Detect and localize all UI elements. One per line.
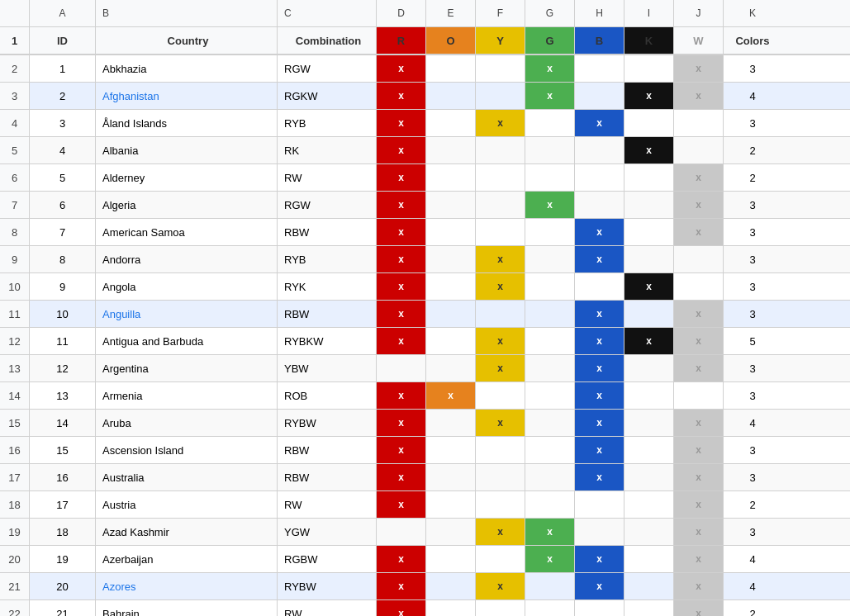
table-cell [624, 382, 674, 409]
table-row: 98AndorraRYBxxx3 [0, 246, 850, 273]
table-cell: x [377, 382, 426, 409]
table-row: 1918Azad KashmirYGWxxx3 [0, 519, 850, 546]
cell-w: x [674, 219, 724, 245]
cell-combination: RGKW [278, 83, 377, 109]
table-cell [476, 192, 525, 218]
row-number: 2 [0, 55, 30, 82]
cell-colors-count: 4 [724, 410, 781, 436]
cell-combination: RBW [278, 464, 377, 490]
table-cell [426, 273, 476, 300]
cell-colors-count: 2 [724, 491, 781, 518]
table-cell [426, 55, 476, 82]
table-cell [426, 192, 476, 218]
table-cell [624, 219, 674, 245]
table-cell: x [377, 110, 426, 136]
cell-combination: YGW [278, 519, 377, 545]
table-cell: x [476, 573, 525, 599]
table-cell [426, 83, 476, 109]
row-number: 17 [0, 464, 30, 490]
table-cell [476, 219, 525, 245]
table-cell: x [377, 192, 426, 218]
cell-id: 18 [30, 519, 96, 545]
cell-colors-count: 3 [724, 219, 781, 245]
cell-country: Åland Islands [96, 110, 278, 136]
table-cell: x [525, 519, 575, 545]
cell-country: Azerbaijan [96, 546, 278, 572]
cell-id: 7 [30, 219, 96, 245]
cell-combination: RBW [278, 301, 377, 327]
table-cell [575, 192, 624, 218]
table-cell: x [624, 328, 674, 354]
cell-w: x [674, 410, 724, 436]
table-cell: x [525, 55, 575, 82]
cell-country: Aruba [96, 410, 278, 436]
table-cell [575, 164, 624, 191]
cell-w: x [674, 164, 724, 191]
table-cell: x [377, 328, 426, 354]
cell-id: 8 [30, 246, 96, 272]
table-cell [426, 110, 476, 136]
col-letter-g: G [525, 0, 575, 26]
row-number: 21 [0, 573, 30, 599]
table-cell [426, 164, 476, 191]
cell-country: Angola [96, 273, 278, 300]
cell-id: 11 [30, 328, 96, 354]
table-cell: x [476, 355, 525, 381]
table-cell: x [377, 55, 426, 82]
table-row: 1211Antigua and BarbudaRYBKWxxxxx5 [0, 328, 850, 355]
cell-w [674, 382, 724, 409]
header-country: Country [96, 27, 278, 54]
table-cell [476, 137, 525, 163]
cell-w: x [674, 546, 724, 572]
cell-id: 15 [30, 437, 96, 463]
table-cell [624, 464, 674, 490]
table-cell [624, 519, 674, 545]
cell-w [674, 110, 724, 136]
table-cell [575, 519, 624, 545]
table-cell [624, 192, 674, 218]
table-cell: x [624, 273, 674, 300]
table-cell [525, 110, 575, 136]
cell-country: Argentina [96, 355, 278, 381]
table-cell: x [575, 437, 624, 463]
table-cell: x [476, 519, 525, 545]
cell-combination: RW [278, 491, 377, 518]
table-row: 1817AustriaRWxx2 [0, 491, 850, 519]
table-cell: x [575, 573, 624, 599]
cell-country: Abkhazia [96, 55, 278, 82]
cell-colors-count: 3 [724, 382, 781, 409]
cell-colors-count: 3 [724, 192, 781, 218]
table-cell [426, 437, 476, 463]
cell-combination: RGW [278, 55, 377, 82]
table-cell [426, 546, 476, 572]
table-row: 32AfghanistanRGKWxxxx4 [0, 83, 850, 110]
table-cell [476, 600, 525, 616]
table-cell: x [476, 246, 525, 272]
table-cell [476, 301, 525, 327]
table-row: 43Åland IslandsRYBxxx3 [0, 110, 850, 137]
cell-country: Armenia [96, 382, 278, 409]
table-cell: x [377, 273, 426, 300]
header-g: G [525, 27, 575, 54]
cell-id: 1 [30, 55, 96, 82]
cell-combination: RBW [278, 219, 377, 245]
cell-w: x [674, 600, 724, 616]
table-cell: x [575, 110, 624, 136]
table-cell [476, 164, 525, 191]
table-cell [426, 301, 476, 327]
table-cell [426, 491, 476, 518]
cell-w: x [674, 83, 724, 109]
table-cell [476, 437, 525, 463]
cell-country: Andorra [96, 246, 278, 272]
table-cell [525, 328, 575, 354]
table-cell [476, 491, 525, 518]
header-combination: Combination [278, 27, 377, 54]
col-letter-c: C [278, 0, 377, 26]
cell-combination: RYB [278, 110, 377, 136]
table-cell [624, 355, 674, 381]
table-cell: x [575, 355, 624, 381]
table-cell: x [426, 382, 476, 409]
table-cell [624, 573, 674, 599]
row-number: 11 [0, 301, 30, 327]
table-cell [426, 573, 476, 599]
